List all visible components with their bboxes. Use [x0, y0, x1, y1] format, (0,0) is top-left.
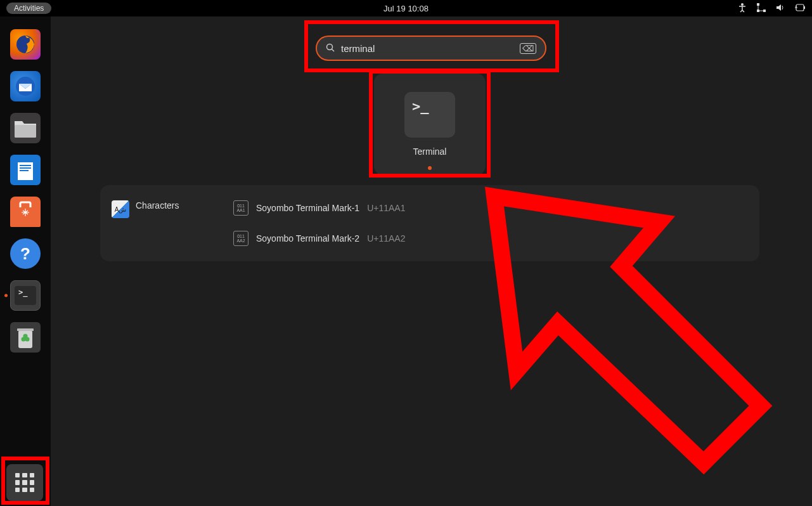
files-icon[interactable] — [10, 113, 41, 143]
characters-label: Characters — [136, 200, 179, 211]
search-input[interactable] — [341, 43, 520, 54]
char-result-code: U+11AA2 — [367, 233, 405, 243]
char-result-name: Soyombo Terminal Mark-2 — [256, 233, 359, 243]
clock[interactable]: Jul 19 10:08 — [383, 4, 429, 13]
search-bar[interactable]: ⌫ — [316, 36, 546, 61]
clear-search-icon[interactable]: ⌫ — [520, 43, 536, 54]
running-indicator — [4, 294, 8, 297]
trash-icon[interactable] — [10, 322, 41, 353]
status-area[interactable] — [737, 3, 806, 15]
show-applications-button[interactable] — [6, 464, 43, 501]
char-glyph-icon: 011AA2 — [233, 231, 248, 246]
svg-rect-5 — [804, 6, 805, 9]
terminal-dock-icon[interactable]: >_ — [10, 280, 41, 311]
network-icon[interactable] — [756, 3, 766, 15]
svg-rect-17 — [17, 328, 34, 331]
search-icon — [326, 43, 335, 54]
activities-button[interactable]: Activities — [6, 3, 51, 14]
svg-rect-13 — [20, 170, 29, 171]
svg-point-20 — [23, 334, 28, 339]
svg-rect-8 — [15, 125, 36, 138]
accessibility-icon[interactable] — [737, 3, 747, 15]
svg-line-22 — [332, 49, 335, 51]
power-icon[interactable] — [794, 3, 806, 14]
svg-rect-12 — [20, 167, 31, 169]
app-result-label: Terminal — [413, 146, 447, 157]
char-result-code: U+11AA1 — [367, 203, 405, 213]
char-glyph-icon: 011AA1 — [233, 200, 248, 216]
sound-icon[interactable] — [775, 3, 785, 15]
characters-app-icon: Aش — [112, 200, 129, 218]
characters-source[interactable]: Aش Characters — [106, 191, 218, 255]
characters-results-list: 011AA1 Soyombo Terminal Mark-1 U+11AA1 0… — [227, 191, 753, 255]
help-icon[interactable]: ? — [10, 238, 41, 269]
svg-point-21 — [327, 44, 333, 49]
svg-point-0 — [741, 3, 744, 6]
char-result-name: Soyombo Terminal Mark-1 — [256, 203, 359, 213]
result-indicator — [428, 166, 432, 170]
thunderbird-icon[interactable] — [10, 71, 41, 101]
characters-results-panel: Aش Characters 011AA1 Soyombo Terminal Ma… — [100, 185, 759, 261]
svg-rect-11 — [20, 165, 31, 166]
svg-rect-1 — [757, 3, 759, 6]
search-result-terminal[interactable]: >_ Terminal — [374, 74, 486, 175]
terminal-icon: >_ — [404, 92, 455, 138]
firefox-icon[interactable] — [10, 29, 41, 60]
svg-text:>_: >_ — [18, 288, 28, 297]
libreoffice-writer-icon[interactable] — [10, 155, 41, 185]
char-result-row[interactable]: 011AA2 Soyombo Terminal Mark-2 U+11AA2 — [227, 226, 753, 251]
char-result-row[interactable]: 011AA1 Soyombo Terminal Mark-1 U+11AA1 — [227, 195, 753, 221]
top-bar: Activities Jul 19 10:08 — [0, 0, 812, 16]
dock: ? >_ — [0, 16, 51, 506]
ubuntu-software-icon[interactable] — [10, 197, 41, 227]
